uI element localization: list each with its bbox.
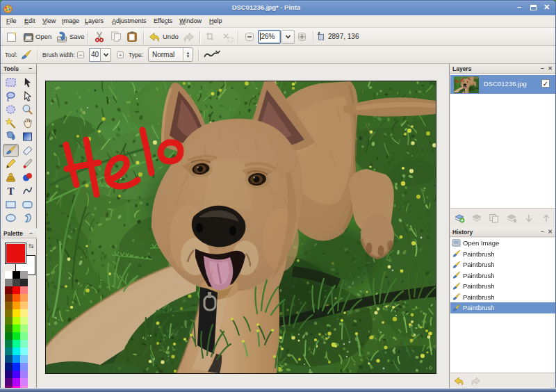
- svg-text:T: T: [7, 186, 14, 197]
